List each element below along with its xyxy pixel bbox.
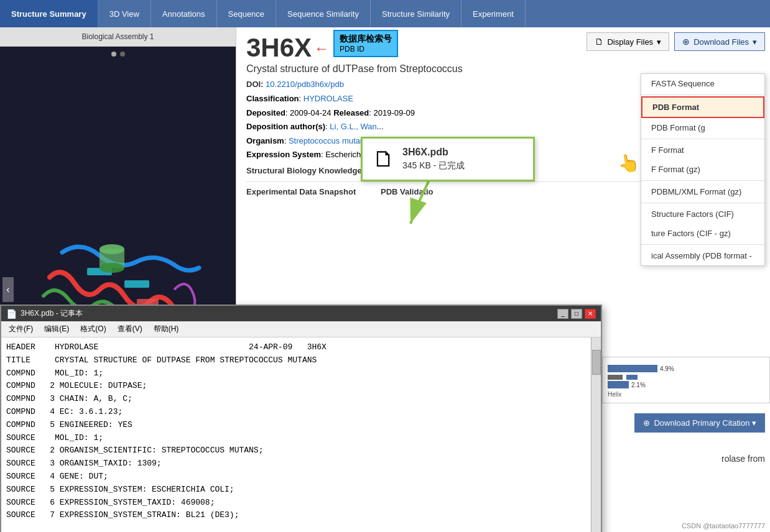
maximize-button[interactable]: □ [571, 309, 582, 319]
chart-bar-row-2: 2.1% [608, 381, 764, 388]
scroll-thumb [592, 350, 601, 375]
doi-link[interactable]: 10.2210/pdb3h6x/pdb [266, 80, 344, 89]
rolase-text: rolase from [721, 454, 765, 464]
viewer-prev-button[interactable]: ‹ [2, 277, 14, 302]
notepad-window: 📄 3H6X.pdb - 记事本 _ □ ✕ 文件(F) 编辑(E) 格式(O)… [0, 305, 602, 532]
dropdown-divider-2 [641, 139, 764, 139]
notepad-titlebar: 📄 3H6X.pdb - 记事本 _ □ ✕ [1, 306, 601, 321]
chart-area: 4.9% 2.1% Helix [602, 357, 770, 403]
deposited-value: 2009-04-24 [290, 108, 332, 117]
dropdown-pdbml[interactable]: PDBML/XML Format (gz) [641, 182, 764, 201]
dropdown-divider-5 [641, 244, 764, 245]
filesize-value: 345 KB [402, 160, 431, 170]
tab-annotations[interactable]: Annotations [151, 0, 217, 27]
dropdown-fasta[interactable]: FASTA Sequence [641, 74, 764, 93]
file-info: 3H6X.pdb 345 KB - 已完成 [402, 147, 465, 172]
chart-percent-1: 4.9% [660, 365, 674, 372]
released-label: Released [333, 108, 369, 117]
chevron-down-icon: ▾ [657, 37, 661, 47]
chart-legend [608, 375, 764, 380]
dropdown-divider-1 [641, 94, 764, 95]
dropdown-divider-3 [641, 180, 764, 181]
notepad-text[interactable]: HEADER HYDROLASE 24-APR-09 3H6X TITLE CR… [1, 337, 591, 532]
popup-filename: 3H6X.pdb [402, 147, 465, 158]
dropdown-sf-cif[interactable]: Structure Factors (CIF) [641, 204, 764, 224]
titlebar-controls: _ □ ✕ [557, 309, 596, 319]
download-popup: 🗋 3H6X.pdb 345 KB - 已完成 [361, 137, 535, 181]
dropdown-bio-assembly[interactable]: ical Assembly (PDB format - [641, 246, 764, 265]
svg-rect-4 [137, 299, 159, 305]
file-icon: 🗋 [373, 146, 395, 172]
dropdown-mmcif-gz[interactable]: F Format (gz) [641, 160, 764, 179]
chart-bar-1 [608, 365, 657, 372]
annotation-cn-text: 数据库检索号 [340, 34, 392, 45]
filesize-separator: - [434, 160, 437, 170]
pdb-id: 3H6X [246, 35, 312, 61]
chart-legend-dash [608, 375, 623, 380]
pdb-validation-label: PDB Validatio [381, 187, 434, 196]
menu-format[interactable]: 格式(O) [75, 323, 111, 336]
display-files-button[interactable]: 🗋 Display Files ▾ [587, 32, 669, 51]
menu-edit[interactable]: 编辑(E) [39, 323, 74, 336]
assembly-header: Biological Assembly 1 [0, 27, 236, 47]
menu-view[interactable]: 查看(V) [113, 323, 147, 336]
close-button[interactable]: ✕ [585, 309, 596, 319]
deposited-label: Deposited [246, 108, 285, 117]
dropdown-mmcif[interactable]: F Format [641, 140, 764, 160]
expression-label: Expression System [246, 150, 321, 159]
organism-link[interactable]: Streptococcus mutans [289, 136, 369, 145]
toolbar-right: 🗋 Display Files ▾ ⊕ Download Files ▾ [587, 32, 765, 51]
deposition-link[interactable]: Li, G.L., Wan [330, 122, 376, 131]
notepad-title-text: 3H6X.pdb - 记事本 [21, 308, 83, 319]
notepad-content-area: HEADER HYDROLASE 24-APR-09 3H6X TITLE CR… [1, 337, 601, 532]
popup-filesize: 345 KB - 已完成 [402, 160, 465, 172]
notepad-menubar: 文件(F) 编辑(E) 格式(O) 查看(V) 帮助(H) [1, 321, 601, 337]
chart-legend-blue [626, 375, 638, 380]
navigation-bar: Structure Summary 3D View Annotations Se… [0, 0, 770, 27]
titlebar-left: 📄 3H6X.pdb - 记事本 [6, 308, 83, 319]
dot-1 [111, 52, 116, 57]
dot-2 [120, 52, 125, 57]
dropdown-pdb-format-gz[interactable]: PDB Format (g [641, 118, 764, 137]
citation-download-icon: ⊕ [643, 418, 650, 428]
svg-rect-2 [124, 280, 149, 288]
minimize-button[interactable]: _ [557, 309, 568, 319]
deposition-label: Deposition author(s) [246, 122, 325, 131]
dropdown-pdb-format[interactable]: PDB Format [641, 96, 764, 118]
tab-sequence-similarity[interactable]: Sequence Similarity [276, 0, 371, 27]
exp-snapshot-label: Experimental Data Snapshot [246, 187, 356, 196]
chart-percent-2: 2.1% [631, 382, 646, 388]
download-citation-button[interactable]: ⊕ Download Primary Citation ▾ [634, 413, 765, 433]
annotation-en-text: PDB ID [340, 45, 392, 53]
notepad-title-icon: 📄 [6, 309, 17, 319]
notepad-scrollbar[interactable] [591, 337, 601, 532]
tab-3d-view[interactable]: 3D View [98, 0, 151, 27]
display-files-dropdown: FASTA Sequence PDB Format PDB Format (g … [641, 73, 765, 266]
filesize-status: 已完成 [438, 160, 465, 170]
dropdown-sf-cif-gz[interactable]: ture Factors (CIF - gz) [641, 224, 764, 243]
download-icon: ⊕ [682, 37, 690, 47]
menu-file[interactable]: 文件(F) [4, 323, 38, 336]
download-files-button[interactable]: ⊕ Download Files ▾ [674, 32, 765, 51]
released-value: 2019-09-09 [374, 108, 415, 117]
tab-structure-summary[interactable]: Structure Summary [0, 0, 98, 27]
classification-link[interactable]: HYDROLASE [304, 94, 353, 103]
tab-sequence[interactable]: Sequence [217, 0, 277, 27]
doi-label: DOI: [246, 80, 263, 89]
red-arrow-icon: ← [314, 40, 329, 57]
pdb-annotation-box: 数据库检索号 PDB ID [333, 30, 398, 57]
dropdown-divider-4 [641, 203, 764, 203]
chevron-down-icon-2: ▾ [753, 37, 757, 47]
document-icon: 🗋 [595, 37, 603, 47]
menu-help[interactable]: 帮助(H) [149, 323, 184, 336]
chart-bar-2 [608, 381, 629, 388]
svg-point-7 [100, 263, 124, 273]
csdn-watermark: CSDN @taotaotao7777777 [682, 522, 765, 530]
tab-structure-similarity[interactable]: Structure Similarity [371, 0, 462, 27]
tab-experiment[interactable]: Experiment [462, 0, 526, 27]
organism-label: Organism [246, 136, 284, 145]
helix-label: Helix [608, 391, 764, 398]
chart-bar-row-1: 4.9% [608, 365, 764, 372]
kb-label: Structural Biology Knowledgebase [246, 166, 380, 175]
viewer-dots [111, 52, 125, 57]
